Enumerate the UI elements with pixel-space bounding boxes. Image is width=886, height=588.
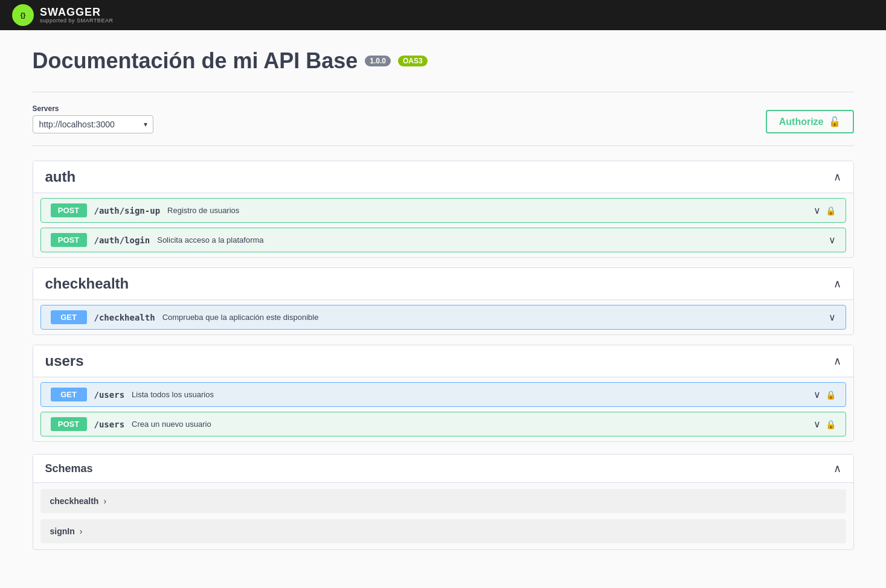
schemas-section: Schemas ∧ checkhealth › signIn › (33, 454, 854, 550)
navbar: {} Swagger supported by SMARTBEAR (0, 0, 886, 30)
endpoint-inner: POST /auth/sign-up Registro de usuarios (51, 203, 814, 217)
endpoint-path: /auth/login (94, 235, 150, 245)
endpoint-inner: GET /checkhealth Comprueba que la aplica… (51, 310, 829, 324)
schema-item-name: checkhealth (50, 496, 99, 506)
servers-select-wrapper: http://localhost:3000 ▾ (33, 115, 153, 133)
api-title: Documentación de mi API Base 1.0.0 OAS3 (33, 48, 854, 74)
lock-icon: 🔒 (826, 420, 836, 429)
api-title-text: Documentación de mi API Base (33, 48, 358, 74)
lock-icon: 🔓 (829, 116, 841, 127)
swagger-brand: Swagger supported by SMARTBEAR (40, 7, 113, 24)
endpoint-path: /auth/sign-up (94, 206, 161, 216)
chevron-right-icon: › (103, 496, 106, 506)
authorize-label: Authorize (779, 117, 824, 127)
authorize-button[interactable]: Authorize 🔓 (766, 110, 854, 133)
chevron-down-icon: ∨ (829, 312, 836, 323)
section-chevron-icon: ∧ (833, 354, 841, 368)
endpoint-right: ∨ (829, 234, 836, 246)
servers-select[interactable]: http://localhost:3000 (33, 115, 153, 133)
section-checkhealth: checkhealth ∧ GET /checkhealth Comprueba… (33, 267, 854, 335)
endpoint-row[interactable]: POST /users Crea un nuevo usuario ∨ 🔒 (40, 412, 846, 436)
servers-row: Servers http://localhost:3000 ▾ Authoriz… (33, 92, 854, 146)
endpoint-row[interactable]: POST /auth/login Solicita acceso a la pl… (40, 228, 846, 252)
endpoint-description: Comprueba que la aplicación este disponi… (162, 313, 319, 322)
version-badge: 1.0.0 (365, 56, 391, 66)
section-header-checkhealth[interactable]: checkhealth ∧ (33, 268, 853, 300)
endpoint-path: /users (94, 420, 125, 429)
endpoint-row[interactable]: GET /users Lista todos los usuarios ∨ 🔒 (40, 382, 846, 407)
endpoint-right: ∨ 🔒 (814, 389, 836, 400)
section-title-users: users (45, 353, 84, 369)
oas-badge: OAS3 (398, 56, 428, 66)
lock-icon: 🔒 (826, 390, 836, 400)
api-title-section: Documentación de mi API Base 1.0.0 OAS3 (33, 48, 854, 74)
chevron-down-icon: ∨ (829, 234, 836, 246)
endpoint-row[interactable]: POST /auth/sign-up Registro de usuarios … (40, 198, 846, 223)
section-title-auth: auth (45, 168, 76, 185)
endpoint-row[interactable]: GET /checkhealth Comprueba que la aplica… (40, 305, 846, 330)
schemas-chevron-icon: ∧ (833, 462, 841, 475)
method-badge: GET (51, 310, 87, 324)
endpoint-description: Solicita acceso a la plataforma (157, 235, 263, 244)
schemas-items: checkhealth › signIn › (33, 489, 853, 543)
chevron-down-icon: ∨ (814, 418, 821, 430)
app-sub: supported by SMARTBEAR (40, 18, 113, 24)
logo: {} Swagger supported by SMARTBEAR (12, 4, 113, 26)
section-chevron-icon: ∧ (833, 170, 841, 184)
svg-text:{}: {} (21, 11, 26, 19)
endpoint-right: ∨ 🔒 (814, 205, 836, 216)
main-content: Documentación de mi API Base 1.0.0 OAS3 … (21, 30, 866, 586)
endpoint-inner: GET /users Lista todos los usuarios (51, 388, 814, 401)
section-title-checkhealth: checkhealth (45, 275, 129, 292)
method-badge: GET (51, 388, 87, 401)
schema-item-name: signIn (50, 526, 75, 536)
section-users: users ∧ GET /users Lista todos los usuar… (33, 345, 854, 442)
swagger-logo-icon: {} (12, 4, 34, 26)
section-header-users[interactable]: users ∧ (33, 345, 853, 377)
schemas-title: Schemas (45, 462, 93, 475)
section-auth: auth ∧ POST /auth/sign-up Registro de us… (33, 161, 854, 258)
endpoint-path: /checkhealth (94, 313, 155, 322)
schema-item[interactable]: checkhealth › (40, 489, 846, 513)
method-badge: POST (51, 233, 87, 247)
servers-section: Servers http://localhost:3000 ▾ (33, 104, 153, 133)
lock-icon: 🔒 (826, 206, 836, 216)
endpoint-path: /users (94, 390, 125, 400)
app-name: Swagger (40, 7, 113, 18)
section-header-auth[interactable]: auth ∧ (33, 161, 853, 193)
endpoint-right: ∨ (829, 312, 836, 323)
endpoint-inner: POST /users Crea un nuevo usuario (51, 417, 814, 431)
endpoint-description: Lista todos los usuarios (132, 390, 214, 399)
endpoint-description: Registro de usuarios (167, 206, 239, 215)
section-chevron-icon: ∧ (833, 277, 841, 290)
method-badge: POST (51, 417, 87, 431)
schemas-header[interactable]: Schemas ∧ (33, 455, 853, 483)
chevron-down-icon: ∨ (814, 389, 821, 400)
servers-label: Servers (33, 104, 153, 113)
chevron-right-icon: › (80, 526, 83, 536)
chevron-down-icon: ∨ (814, 205, 821, 216)
endpoint-description: Crea un nuevo usuario (132, 420, 211, 429)
endpoint-right: ∨ 🔒 (814, 418, 836, 430)
endpoint-inner: POST /auth/login Solicita acceso a la pl… (51, 233, 829, 247)
schema-item[interactable]: signIn › (40, 519, 846, 543)
sections-container: auth ∧ POST /auth/sign-up Registro de us… (33, 161, 854, 442)
method-badge: POST (51, 203, 87, 217)
